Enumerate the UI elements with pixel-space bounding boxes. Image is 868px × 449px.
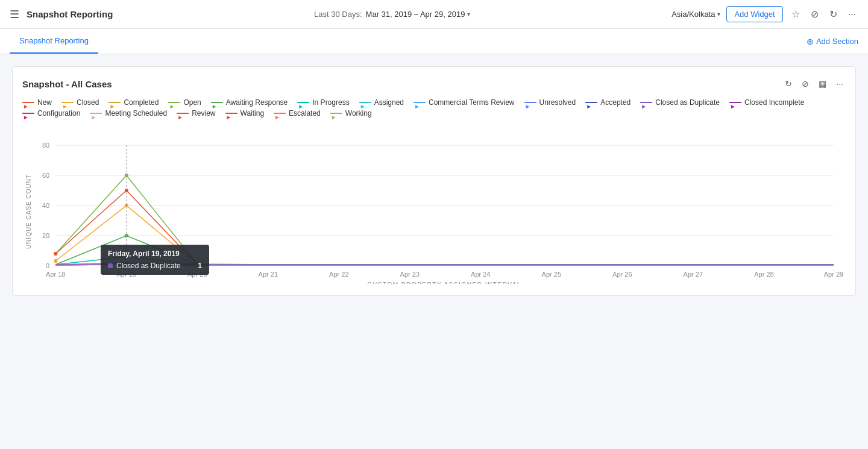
filter-icon[interactable]: ⊘ bbox=[808, 6, 821, 22]
card-refresh-icon[interactable]: ↻ bbox=[782, 77, 794, 91]
legend-item[interactable]: ►Working bbox=[330, 109, 372, 118]
svg-text:Apr 23: Apr 23 bbox=[400, 271, 420, 278]
svg-text:Apr 29: Apr 29 bbox=[824, 271, 844, 278]
legend-item[interactable]: ►Escalated bbox=[274, 109, 321, 118]
legend-color-dot: ► bbox=[359, 102, 371, 103]
legend-label: Closed as Duplicate bbox=[655, 98, 720, 107]
legend-label: Completed bbox=[124, 98, 159, 107]
legend-item[interactable]: ►Unresolved bbox=[524, 98, 576, 107]
legend-item[interactable]: ►Commercial Terms Review bbox=[414, 98, 514, 107]
legend-label: Commercial Terms Review bbox=[429, 98, 514, 107]
date-range-picker[interactable]: Mar 31, 2019 – Apr 29, 2019 ▾ bbox=[366, 10, 471, 19]
legend-item[interactable]: ►Review bbox=[177, 109, 215, 118]
legend-color-dot: ► bbox=[177, 113, 189, 114]
tab-actions: ⊕ Add Section bbox=[807, 37, 858, 46]
hamburger-icon[interactable]: ☰ bbox=[10, 8, 19, 21]
tab-snapshot-reporting[interactable]: Snapshot Reporting bbox=[10, 29, 98, 54]
legend-item[interactable]: ►Closed as Duplicate bbox=[640, 98, 720, 107]
legend-label: Escalated bbox=[289, 109, 321, 118]
legend-color-dot: ► bbox=[297, 102, 309, 103]
legend-label: Waiting bbox=[241, 109, 265, 118]
legend-item[interactable]: ►Completed bbox=[108, 98, 159, 107]
chart-legend: ►New►Closed►Completed►Open►Awaiting Resp… bbox=[22, 98, 846, 118]
main-content: Snapshot - All Cases ↻ ⊘ ▦ ··· ►New►Clos… bbox=[0, 54, 868, 308]
legend-color-dot: ► bbox=[330, 113, 342, 114]
legend-item[interactable]: ►Awaiting Response bbox=[211, 98, 288, 107]
legend-color-dot: ► bbox=[729, 102, 741, 103]
legend-color-dot: ► bbox=[211, 102, 223, 103]
timezone-selector[interactable]: Asia/Kolkata ▾ bbox=[671, 10, 720, 19]
card-title: Snapshot - All Cases bbox=[22, 79, 112, 89]
svg-point-27 bbox=[54, 252, 57, 256]
legend-color-dot: ► bbox=[168, 102, 180, 103]
legend-color-dot: ► bbox=[108, 102, 121, 103]
card-more-icon[interactable]: ··· bbox=[834, 77, 846, 91]
svg-point-29 bbox=[54, 259, 57, 263]
top-nav: ☰ Snapshot Reporting Last 30 Days: Mar 3… bbox=[0, 0, 868, 29]
add-widget-button[interactable]: Add Widget bbox=[726, 6, 782, 22]
legend-item[interactable]: ►Waiting bbox=[225, 109, 265, 118]
svg-text:Apr 25: Apr 25 bbox=[542, 271, 562, 278]
card-chart-icon[interactable]: ▦ bbox=[816, 77, 829, 91]
legend-label: Closed Incomplete bbox=[744, 98, 804, 107]
nav-right: Asia/Kolkata ▾ Add Widget ☆ ⊘ ↻ ··· bbox=[671, 6, 858, 22]
nav-left: ☰ Snapshot Reporting bbox=[10, 8, 113, 21]
legend-item[interactable]: ►Open bbox=[168, 98, 201, 107]
card-filter-icon[interactable]: ⊘ bbox=[799, 77, 811, 91]
svg-text:Apr 26: Apr 26 bbox=[612, 271, 632, 278]
nav-center: Last 30 Days: Mar 31, 2019 – Apr 29, 201… bbox=[314, 10, 470, 19]
timezone-text: Asia/Kolkata bbox=[671, 10, 715, 19]
svg-text:Apr 21: Apr 21 bbox=[259, 271, 278, 278]
legend-label: Meeting Scheduled bbox=[105, 109, 167, 118]
legend-item[interactable]: ►Closed Incomplete bbox=[729, 98, 804, 107]
legend-label: Working bbox=[345, 109, 372, 118]
svg-text:60: 60 bbox=[42, 172, 49, 179]
svg-text:Apr 24: Apr 24 bbox=[471, 271, 491, 278]
legend-label: Accepted bbox=[600, 98, 631, 107]
legend-label: New bbox=[37, 98, 52, 107]
legend-color-dot: ► bbox=[585, 102, 597, 103]
chevron-down-icon: ▾ bbox=[467, 11, 470, 17]
legend-color-dot: ► bbox=[22, 113, 34, 114]
card-actions: ↻ ⊘ ▦ ··· bbox=[782, 77, 846, 91]
legend-label: Configuration bbox=[37, 109, 80, 118]
date-range-text: Mar 31, 2019 – Apr 29, 2019 bbox=[366, 10, 465, 19]
legend-item[interactable]: ►Closed bbox=[61, 98, 99, 107]
svg-text:Apr 22: Apr 22 bbox=[329, 271, 349, 278]
legend-label: Review bbox=[192, 109, 215, 118]
svg-text:40: 40 bbox=[42, 202, 49, 209]
legend-item[interactable]: ►Accepted bbox=[585, 98, 631, 107]
svg-text:Apr 28: Apr 28 bbox=[754, 271, 774, 278]
legend-color-dot: ► bbox=[274, 113, 286, 114]
legend-item[interactable]: ►Meeting Scheduled bbox=[90, 109, 167, 118]
legend-color-dot: ► bbox=[22, 102, 34, 103]
legend-label: Open bbox=[183, 98, 201, 107]
legend-item[interactable]: ►New bbox=[22, 98, 52, 107]
svg-text:Apr 20: Apr 20 bbox=[187, 271, 207, 278]
legend-item[interactable]: ►In Progress bbox=[297, 98, 349, 107]
tabs: Snapshot Reporting bbox=[10, 29, 98, 54]
legend-label: Unresolved bbox=[539, 98, 576, 107]
snapshot-card: Snapshot - All Cases ↻ ⊘ ▦ ··· ►New►Clos… bbox=[12, 66, 856, 296]
line-chart: 80 60 40 20 0 UNIQUE CASE COUNT Apr 18 A… bbox=[22, 127, 846, 284]
timezone-chevron-icon: ▾ bbox=[717, 11, 720, 17]
legend-item[interactable]: ►Configuration bbox=[22, 109, 80, 118]
legend-item[interactable]: ►Assigned bbox=[359, 98, 404, 107]
star-icon[interactable]: ☆ bbox=[789, 6, 802, 22]
more-options-icon[interactable]: ··· bbox=[846, 7, 858, 22]
legend-label: Assigned bbox=[374, 98, 404, 107]
svg-text:Apr 27: Apr 27 bbox=[684, 271, 703, 278]
legend-color-dot: ► bbox=[61, 102, 74, 103]
legend-color-dot: ► bbox=[90, 113, 102, 114]
legend-label: Closed bbox=[77, 98, 99, 107]
refresh-icon[interactable]: ↻ bbox=[827, 6, 840, 22]
legend-label: Awaiting Response bbox=[226, 98, 288, 107]
legend-color-dot: ► bbox=[225, 113, 237, 114]
svg-text:80: 80 bbox=[42, 142, 49, 149]
add-section-icon: ⊕ bbox=[807, 37, 814, 46]
legend-color-dot: ► bbox=[414, 102, 426, 103]
svg-text:CUSTOM PROPERTY ASSIGNED INTER: CUSTOM PROPERTY ASSIGNED INTERVAL bbox=[367, 281, 521, 284]
add-section-button[interactable]: ⊕ Add Section bbox=[807, 37, 858, 46]
svg-text:0: 0 bbox=[46, 262, 49, 269]
tab-bar: Snapshot Reporting ⊕ Add Section bbox=[0, 29, 868, 54]
